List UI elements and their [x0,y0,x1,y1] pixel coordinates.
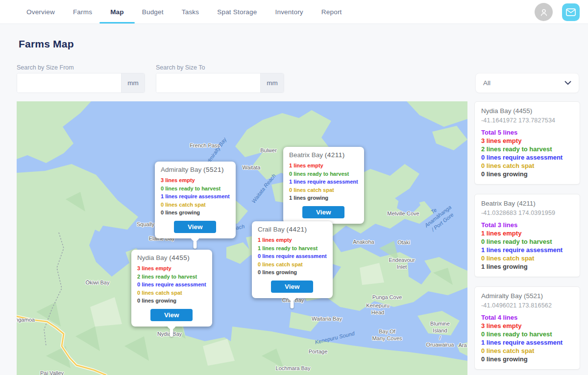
farm-card-coordinates: -41.1641972 173.7827534 [481,117,573,124]
popup-status-line: 1 lines require assessment [289,178,358,186]
size-to-group: mm [156,73,284,93]
popup-status-line: 1 lines require assessment [161,192,230,201]
farm-card-status-line: 0 lines ready to harvest [481,330,573,338]
popup-farm-code: (4211) [325,151,345,159]
main-nav: OverviewFarmsMapBudgetTasksSpat StorageI… [26,0,342,23]
popup-farm-name: Crail Bay [258,226,287,233]
nav-item-spat-storage[interactable]: Spat Storage [217,0,257,23]
farm-card-status-line: 1 lines require assessment [481,246,573,254]
nav-item-map[interactable]: Map [110,0,124,23]
popup-status-line: 0 lines growing [137,297,206,305]
farm-card-title: Admiralty Bay (5521) [481,292,573,300]
popup-status-line: 1 lines empty [289,162,358,170]
farm-card-total-lines: Total 5 lines [481,128,573,137]
farm-card-status-line: 1 lines growing [481,262,573,271]
top-header: OverviewFarmsMapBudgetTasksSpat StorageI… [0,0,588,24]
popup-farm-code: (4455) [169,254,190,261]
farm-card-coordinates: -41.0328683 174.0391959 [481,210,573,216]
farm-card-status-line: 0 lines catch spat [481,162,573,170]
popup-farm-name: Admiralty Bay [161,166,203,173]
popup-status-line: 0 lines require assessment [137,281,206,289]
farms-map-canvas[interactable]: French PassBulwerWaitataAdmiralty BayWai… [17,101,467,375]
farm-card-status-line: 0 lines require assessment [481,153,573,162]
popup-status-line: 3 lines empty [161,176,230,185]
farm-card-total-lines: Total 4 lines [481,313,573,322]
size-from-label: Search by Size From [17,64,74,71]
popup-farm-code: (4421) [287,226,307,233]
dropdown-selected-value: All [483,79,490,87]
nav-item-report[interactable]: Report [321,0,342,23]
view-button[interactable]: View [271,281,313,293]
popup-status-line: 2 lines ready to harvest [137,273,206,281]
map-popup-nydia-bay: Nydia Bay (4455)3 lines empty2 lines rea… [131,250,212,327]
view-button[interactable]: View [174,221,216,233]
size-from-unit: mm [121,73,145,93]
farm-card-status-line: 0 lines growing [481,355,573,363]
popup-status-line: 0 lines ready to harvest [161,185,230,193]
nav-item-budget[interactable]: Budget [142,0,164,23]
farm-card-title: Nydia Bay (4455) [481,107,573,115]
popup-title: Beatrix Bay (4211) [289,151,358,159]
farm-card-beatrix-bay-4211[interactable]: Beatrix Bay (4211)-41.0328683 174.039195… [474,194,580,277]
page-title: Farms Map [19,38,74,50]
farm-card-title: Beatrix Bay (4211) [481,200,573,207]
popup-status-line: 0 lines catch spat [161,201,230,209]
popup-status-line: 1 lines empty [258,236,327,244]
popup-farm-code: (5521) [203,166,224,173]
popup-status-line: 0 lines growing [161,209,230,217]
popup-status-line: 3 lines empty [137,264,206,273]
farm-card-coordinates: -41.0496021 173.816562 [481,302,573,309]
map-popup-admiralty-bay: Admiralty Bay (5521)3 lines empty0 lines… [155,162,236,238]
popup-status-line: 0 lines catch spat [289,186,358,194]
popup-status-line: 0 lines catch spat [137,289,206,297]
view-button[interactable]: View [302,206,344,218]
nav-item-inventory[interactable]: Inventory [275,0,303,23]
farm-card-status-line: 0 lines ready to harvest [481,237,573,246]
user-avatar-button[interactable] [535,3,553,21]
popup-status-line: 0 lines ready to harvest [289,170,358,178]
map-terrain [17,101,467,375]
popup-title: Crail Bay (4421) [258,226,327,233]
size-to-label: Search by Size To [156,64,205,71]
popup-farm-name: Beatrix Bay [289,151,325,159]
nav-item-tasks[interactable]: Tasks [182,0,199,23]
size-from-input[interactable] [17,73,121,93]
farm-card-total-lines: Total 3 lines [481,221,573,229]
envelope-icon [566,8,576,16]
farm-card-status-line: 1 lines require assessment [481,338,573,347]
popup-status-line: 0 lines require assessment [258,252,327,260]
popup-status-line: 0 lines growing [258,268,327,277]
map-popup-beatrix-bay: Beatrix Bay (4211)1 lines empty0 lines r… [283,147,364,224]
farm-card-status-line: 0 lines catch spat [481,254,573,262]
farm-card-admiralty-bay-5521[interactable]: Admiralty Bay (5521)-41.0496021 173.8165… [474,286,580,370]
popup-status-line: 1 lines growing [289,194,358,202]
farm-card-status-line: 3 lines empty [481,137,573,145]
farm-card-status-line: 3 lines empty [481,322,573,330]
farm-filter-dropdown[interactable]: All [475,73,579,93]
size-to-unit: mm [260,73,284,93]
mail-button[interactable] [562,3,580,21]
popup-status-line: 1 lines ready to harvest [258,244,327,253]
popup-farm-name: Nydia Bay [137,254,169,261]
farm-card-status-line: 1 lines empty [481,229,573,237]
nav-item-farms[interactable]: Farms [73,0,92,23]
nav-item-overview[interactable]: Overview [26,0,55,23]
popup-status-line: 0 lines catch spat [258,260,327,269]
chevron-down-icon [564,81,571,85]
farm-card-status-line: 2 lines ready to harvest [481,145,573,153]
view-button[interactable]: View [150,309,193,321]
farms-sidebar: Nydia Bay (4455)-41.1641972 173.7827534T… [474,101,580,375]
farm-card-status-line: 0 lines growing [481,170,573,178]
map-popup-crail-bay: Crail Bay (4421)1 lines empty1 lines rea… [252,221,333,298]
farm-card-status-line: 0 lines catch spat [481,347,573,355]
popup-title: Nydia Bay (4455) [137,254,206,261]
person-icon [539,7,549,17]
farm-card-nydia-bay-4455[interactable]: Nydia Bay (4455)-41.1641972 173.7827534T… [474,101,580,185]
popup-title: Admiralty Bay (5521) [161,166,230,173]
size-to-input[interactable] [156,73,260,93]
size-from-group: mm [17,73,145,93]
